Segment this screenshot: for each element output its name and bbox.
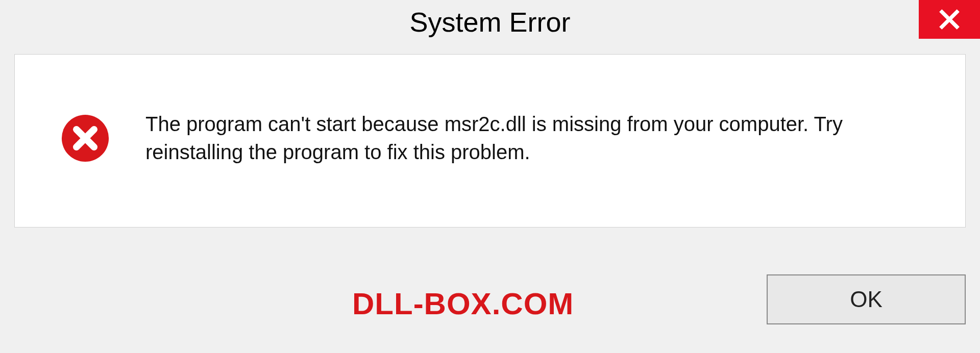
watermark-text: DLL-BOX.COM [352, 286, 574, 321]
error-icon [61, 114, 110, 163]
title-bar: System Error [0, 0, 980, 51]
close-button[interactable] [919, 0, 980, 39]
message-panel: The program can't start because msr2c.dl… [14, 54, 966, 228]
error-message: The program can't start because msr2c.dl… [145, 110, 935, 166]
ok-button[interactable]: OK [767, 274, 966, 324]
close-icon [938, 8, 961, 31]
dialog-title: System Error [409, 6, 570, 38]
footer: DLL-BOX.COM OK [0, 251, 980, 353]
